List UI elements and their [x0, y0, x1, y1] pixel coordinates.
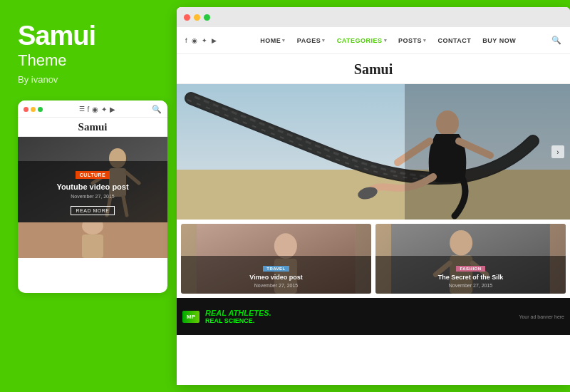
- grid-item-silk: FASHION The Secret of the Silk November …: [375, 224, 566, 294]
- browser-maximize-dot[interactable]: [204, 14, 210, 21]
- mobile-post-title: Youtube video post: [25, 182, 160, 192]
- mobile-youtube-icon: ▶: [110, 105, 115, 113]
- mobile-category-badge: CULTURE: [76, 171, 110, 179]
- mobile-header-icons: ☰ f ◉ ✦ ▶: [79, 105, 116, 113]
- ad-logo[interactable]: MP: [182, 311, 200, 323]
- nav-bar: f ◉ ✦ ▶ HOME ▾ PAGES ▾ CATEGORIES ▾ POST…: [177, 27, 570, 54]
- ad-banner: MP REAL ATHLETES. REAL SCIENCE. Your ad …: [177, 298, 570, 335]
- mobile-search-icon[interactable]: 🔍: [152, 105, 162, 114]
- nav-twitter-icon[interactable]: ✦: [202, 37, 207, 44]
- nav-posts[interactable]: POSTS ▾: [393, 37, 432, 44]
- hero-svg: [177, 84, 570, 220]
- svg-point-26: [450, 230, 472, 256]
- post-grid: TRAVEL Vimeo video post November 27, 201…: [177, 220, 570, 298]
- hamburger-icon: ☰: [79, 105, 85, 113]
- mobile-facebook-icon: f: [88, 105, 90, 113]
- mobile-bottom-svg: [18, 222, 167, 258]
- vimeo-post-date: November 27, 2015: [187, 283, 366, 288]
- mobile-top-bar: ☰ f ◉ ✦ ▶ 🔍: [18, 100, 167, 118]
- mobile-bottom-image: [18, 222, 167, 258]
- mobile-instagram-icon: ◉: [92, 105, 98, 113]
- ad-text-line2: REAL SCIENCE.: [205, 317, 513, 324]
- vimeo-category-badge: TRAVEL: [263, 266, 289, 272]
- nav-posts-arrow: ▾: [423, 38, 427, 43]
- brand-author: By ivanov: [18, 74, 162, 85]
- nav-buy-now[interactable]: BUY NOW: [477, 37, 522, 44]
- mobile-twitter-icon: ✦: [101, 105, 107, 113]
- nav-social-icons: f ◉ ✦ ▶: [185, 37, 217, 44]
- grid-item-vimeo-overlay: TRAVEL Vimeo video post November 27, 201…: [181, 256, 371, 294]
- browser-close-dot[interactable]: [184, 14, 190, 21]
- browser-chrome: [177, 7, 570, 27]
- grid-item-silk-overlay: FASHION The Secret of the Silk November …: [375, 256, 566, 294]
- nav-categories-arrow: ▾: [384, 38, 388, 43]
- nav-youtube-icon[interactable]: ▶: [212, 37, 217, 44]
- grid-item-vimeo: TRAVEL Vimeo video post November 27, 201…: [181, 224, 371, 294]
- svg-point-22: [274, 233, 297, 259]
- mobile-read-more-button[interactable]: READ MORE: [71, 206, 115, 215]
- browser-minimize-dot[interactable]: [194, 14, 200, 21]
- mobile-dot-yellow: [31, 107, 36, 112]
- hero-next-button[interactable]: ›: [551, 145, 564, 158]
- svg-rect-19: [405, 84, 570, 220]
- silk-post-title[interactable]: The Secret of the Silk: [381, 274, 560, 282]
- nav-pages-arrow: ▾: [322, 38, 326, 43]
- ad-text-line1: REAL ATHLETES.: [205, 309, 513, 317]
- nav-search-icon[interactable]: 🔍: [551, 36, 561, 45]
- mobile-site-title: Samui: [18, 118, 167, 137]
- nav-home[interactable]: HOME ▾: [254, 37, 291, 44]
- left-panel: Samui Theme By ivanov ☰ f ◉ ✦ ▶ 🔍 Samui: [0, 0, 177, 392]
- mobile-dot-red: [24, 107, 28, 112]
- svg-rect-10: [82, 234, 103, 258]
- browser-site-title: Samui: [177, 54, 570, 84]
- silk-category-badge: FASHION: [456, 266, 484, 272]
- ad-sidebar-text: Your ad banner here: [519, 314, 564, 319]
- mobile-hero-overlay: CULTURE Youtube video post November 27, …: [18, 161, 167, 222]
- nav-items: HOME ▾ PAGES ▾ CATEGORIES ▾ POSTS ▾ CONT…: [225, 37, 551, 44]
- brand-subtitle: Theme: [18, 51, 162, 70]
- silk-post-date: November 27, 2015: [381, 283, 560, 288]
- mobile-dot-green: [38, 107, 43, 112]
- hero-area: ›: [177, 84, 570, 220]
- nav-instagram-icon[interactable]: ◉: [192, 37, 197, 44]
- ad-text-block: REAL ATHLETES. REAL SCIENCE.: [205, 309, 513, 324]
- nav-pages[interactable]: PAGES ▾: [291, 37, 331, 44]
- browser-window: f ◉ ✦ ▶ HOME ▾ PAGES ▾ CATEGORIES ▾ POST…: [177, 7, 570, 385]
- nav-facebook-icon[interactable]: f: [185, 37, 187, 44]
- mobile-hero-image: CULTURE Youtube video post November 27, …: [18, 137, 167, 222]
- mobile-post-date: November 27, 2015: [25, 194, 160, 199]
- vimeo-post-title[interactable]: Vimeo video post: [187, 274, 366, 282]
- nav-home-arrow: ▾: [282, 38, 286, 43]
- mobile-mockup: ☰ f ◉ ✦ ▶ 🔍 Samui: [18, 100, 167, 293]
- brand-title: Samui: [18, 21, 162, 51]
- mobile-dots: [24, 107, 43, 112]
- nav-contact[interactable]: CONTACT: [432, 37, 477, 44]
- nav-categories[interactable]: CATEGORIES ▾: [331, 37, 393, 44]
